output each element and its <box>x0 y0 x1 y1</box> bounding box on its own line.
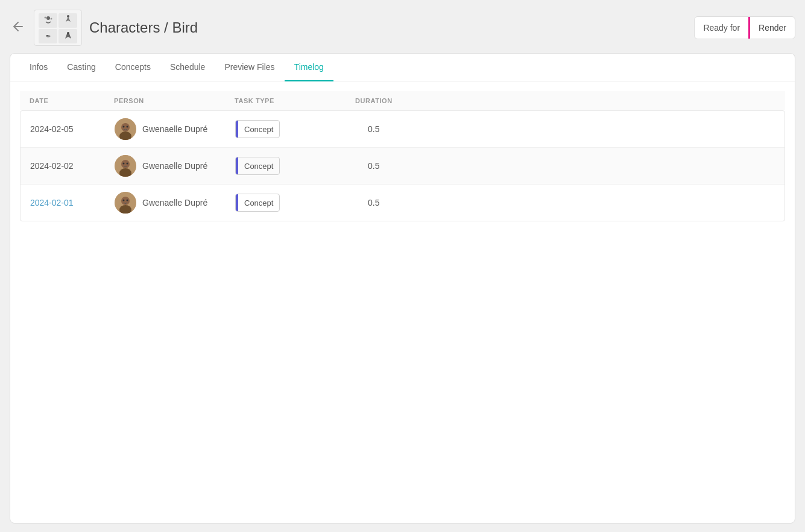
cell-duration: 0.5 <box>358 117 784 141</box>
task-tag: Concept <box>235 194 280 212</box>
tab-schedule[interactable]: Schedule <box>160 54 215 81</box>
entity-thumbnail <box>34 10 82 46</box>
tabs-nav: Infos Casting Concepts Schedule Preview … <box>10 54 795 81</box>
person-name: Gwenaelle Dupré <box>142 124 207 134</box>
tab-concepts[interactable]: Concepts <box>106 54 160 81</box>
svg-point-14 <box>123 163 125 165</box>
task-tag-label: Concept <box>238 196 279 210</box>
col-header-task-type: TASK TYPE <box>235 97 355 104</box>
svg-point-20 <box>127 200 128 201</box>
person-name: Gwenaelle Dupré <box>142 198 207 207</box>
col-header-date: DATE <box>30 97 114 104</box>
svg-point-15 <box>127 163 128 165</box>
table-row: 2024-02-05 <box>21 111 784 148</box>
person-name: Gwenaelle Dupré <box>142 161 207 171</box>
page-title: Characters / Bird <box>89 19 687 36</box>
task-tag: Concept <box>235 157 280 175</box>
avatar <box>115 192 136 214</box>
cell-person: Gwenaelle Dupré <box>105 148 226 184</box>
cell-person: Gwenaelle Dupré <box>105 185 226 221</box>
table-header: DATE PERSON TASK TYPE DURATION <box>20 91 785 110</box>
tab-casting[interactable]: Casting <box>57 54 105 81</box>
cell-task: Concept <box>226 113 358 145</box>
svg-point-4 <box>46 35 48 36</box>
svg-point-19 <box>123 200 125 201</box>
cell-person: Gwenaelle Dupré <box>105 111 226 147</box>
svg-point-3 <box>67 15 69 17</box>
col-header-duration: DURATION <box>355 97 775 104</box>
back-button[interactable] <box>10 18 27 38</box>
task-tag: Concept <box>235 120 280 138</box>
tab-preview-files[interactable]: Preview Files <box>215 54 284 81</box>
svg-point-0 <box>46 16 50 20</box>
cell-date[interactable]: 2024-02-05 <box>21 117 105 141</box>
svg-point-10 <box>127 126 128 128</box>
avatar <box>115 118 136 140</box>
timelog-table-container: DATE PERSON TASK TYPE DURATION 2024-02-0… <box>10 81 795 231</box>
thumb-cell-3 <box>39 29 57 43</box>
thumb-cell-1 <box>39 13 57 28</box>
svg-point-9 <box>123 126 125 128</box>
render-button[interactable]: Render <box>750 18 795 37</box>
cell-date[interactable]: 2024-02-01 <box>21 191 105 215</box>
tab-timelog[interactable]: Timelog <box>285 54 333 81</box>
svg-point-5 <box>67 32 69 34</box>
avatar <box>115 155 136 177</box>
status-label: Ready for <box>695 18 748 37</box>
thumb-cell-4 <box>58 29 77 43</box>
col-header-person: PERSON <box>114 97 235 104</box>
status-area: Ready for Render <box>694 16 795 39</box>
task-tag-label: Concept <box>238 159 279 173</box>
svg-point-2 <box>50 18 52 20</box>
cell-task: Concept <box>226 186 358 219</box>
cell-duration: 0.5 <box>358 191 784 215</box>
task-tag-label: Concept <box>238 122 279 136</box>
table-row: 2024-02-02 <box>21 148 784 185</box>
main-card: Infos Casting Concepts Schedule Preview … <box>10 53 795 524</box>
cell-date: 2024-02-02 <box>21 154 105 178</box>
header: Characters / Bird Ready for Render <box>10 10 795 46</box>
table-row: 2024-02-01 <box>21 185 784 221</box>
tab-infos[interactable]: Infos <box>20 54 57 81</box>
cell-duration: 0.5 <box>358 154 784 178</box>
cell-task: Concept <box>226 150 358 182</box>
svg-point-1 <box>44 17 46 19</box>
timelog-table-body: 2024-02-05 <box>20 110 785 221</box>
thumb-cell-2 <box>58 13 77 28</box>
